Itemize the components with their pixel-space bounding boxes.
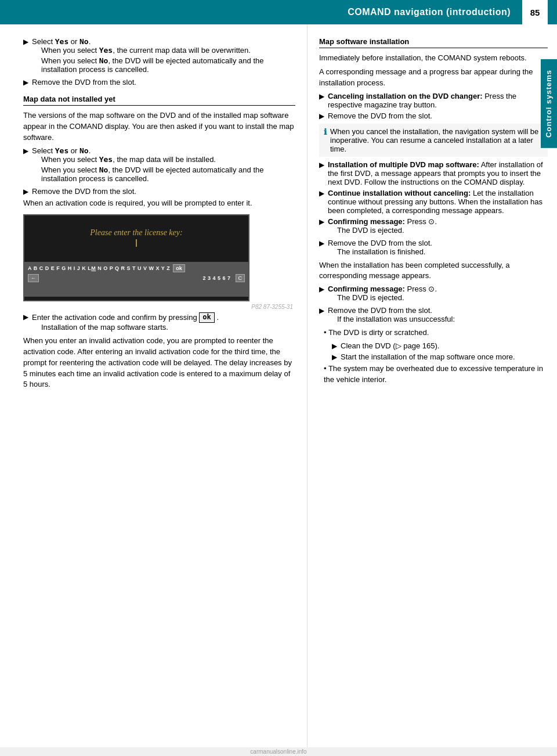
bullet-remove-dvd-right3: ▶ Remove the DVD from the slot. If the i… — [319, 306, 548, 325]
screenshot-content: Please enter the license key: I — [90, 228, 182, 250]
right-column: Map software installation Immediately be… — [308, 24, 557, 756]
arrow-icon: ▶ — [332, 353, 337, 361]
installation-finished: The installation is finished. — [337, 247, 548, 256]
watermark-text: carmanualsonline.info — [250, 748, 306, 755]
keyboard-clear-button[interactable]: C — [236, 274, 245, 282]
confirming2-bold: Confirming message: — [328, 285, 405, 293]
arrow-icon: ▶ — [23, 38, 28, 75]
keyboard-back-button[interactable]: ← — [28, 274, 39, 282]
multiple-dvd-bold: Installation of multiple DVD map softwar… — [328, 160, 479, 169]
bullet-text: Remove the DVD from the slot. — [32, 78, 295, 87]
bullet-confirming-1: ▶ Confirming message: Press ⊙. The DVD i… — [319, 217, 548, 236]
arrow-icon: ▶ — [319, 161, 324, 186]
installation-starts: Installation of the map software starts. — [41, 323, 295, 332]
keyboard-letters: A B C D E F G H I J K LM N O P Q R S T U… — [28, 265, 170, 271]
right-para3: When the installation has been completed… — [319, 260, 548, 282]
bullet-remove-dvd-top: ▶ Remove the DVD from the slot. — [23, 78, 295, 87]
bullet-text: Remove the DVD from the slot. — [32, 187, 295, 196]
bullet-start-again: ▶ Start the installation of the map soft… — [332, 352, 548, 361]
cursor-icon: I — [90, 237, 182, 250]
bullet-text: Remove the DVD from the slot. — [328, 111, 548, 120]
bullet-text: Select Yes or No. When you select Yes, t… — [32, 146, 295, 185]
indent-sub2: When you select No, the DVD will be ejec… — [41, 56, 295, 74]
header-title: COMAND navigation (introduction) — [0, 7, 522, 17]
indent-sub1: When you select Yes, the current map dat… — [41, 46, 295, 55]
section-heading-map-software: Map software installation — [319, 37, 548, 48]
screenshot-license-key: Please enter the license key: I A B C D … — [23, 214, 249, 301]
arrow-icon: ▶ — [23, 188, 28, 196]
bullet-multiple-dvd: ▶ Installation of multiple DVD map softw… — [319, 160, 548, 186]
confirming1-text: Press ⊙. — [407, 217, 437, 226]
bullet-confirming-2: ▶ Confirming message: Press ⊙. The DVD i… — [319, 285, 548, 304]
bullet-select-yes-no-section: ▶ Select Yes or No. When you select Yes,… — [23, 146, 295, 185]
arrow-icon: ▶ — [319, 239, 324, 258]
bullet-text: Continue installation without canceling:… — [328, 189, 548, 215]
keyboard-ok-button[interactable]: ok — [173, 264, 185, 272]
bullet-remove-dvd-section: ▶ Remove the DVD from the slot. — [23, 187, 295, 196]
bullet-text: Remove the DVD from the slot. If the ins… — [328, 306, 548, 325]
confirming2-text: Press ⊙. — [407, 285, 437, 293]
invalid-code-para: When you enter an invalid activation cod… — [23, 336, 295, 390]
bullet-select-yes-no-top: ▶ Select Yes or No. When you select Yes,… — [23, 37, 295, 75]
bullet-text: Start the installation of the map softwa… — [341, 352, 548, 361]
confirming1-bold: Confirming message: — [328, 217, 405, 226]
info-icon: ℹ — [324, 127, 327, 153]
enter-code-text: Enter the activation code and confirm by… — [32, 313, 219, 322]
dvd-ejected-2: The DVD is ejected. — [337, 293, 548, 302]
page-number: 85 — [522, 0, 548, 24]
static-text: Select Yes or No. — [32, 146, 91, 155]
bullet-text: Confirming message: Press ⊙. The DVD is … — [328, 217, 548, 236]
left-column: ▶ Select Yes or No. When you select Yes,… — [0, 24, 308, 756]
arrow-icon: ▶ — [23, 313, 28, 333]
arrow-icon: ▶ — [319, 307, 324, 325]
arrow-icon: ▶ — [319, 112, 324, 120]
bullet-text: Enter the activation code and confirm by… — [32, 312, 295, 333]
bullet-text: Select Yes or No. When you select Yes, t… — [32, 37, 295, 75]
arrow-icon: ▶ — [319, 92, 324, 109]
bullet-remove-dvd-right2: ▶ Remove the DVD from the slot. The inst… — [319, 239, 548, 258]
page-body: ▶ Select Yes or No. When you select Yes,… — [0, 24, 557, 756]
right-para2: A corresponding message and a progress b… — [319, 67, 548, 89]
bullet-text: Installation of multiple DVD map softwar… — [328, 160, 548, 186]
keyboard-num-row: ← 2 3 4 5 6 7 C — [28, 274, 245, 282]
info-box: ℹ When you cancel the installation, the … — [319, 124, 548, 157]
arrow-icon: ▶ — [23, 147, 28, 185]
bullet-canceling-installation: ▶ Canceling installation on the DVD chan… — [319, 92, 548, 109]
para-activation-prompt: When an activation code is required, you… — [23, 198, 295, 209]
canceling-bold: Canceling installation on the DVD change… — [328, 92, 483, 100]
bullet-remove-dvd-right: ▶ Remove the DVD from the slot. — [319, 111, 548, 120]
arrow-icon: ▶ — [319, 189, 324, 215]
unsuccessful-list: • The DVD is dirty or scratched. ▶ Clean… — [324, 327, 548, 386]
section-para1: The versions of the map software on the … — [23, 110, 295, 143]
unsuccessful-item2: • The system may be overheated due to ex… — [324, 363, 548, 386]
info-text: When you cancel the installation, the na… — [330, 127, 543, 153]
page-header: COMAND navigation (introduction) 85 — [0, 0, 557, 24]
bullet-text: Canceling installation on the DVD change… — [328, 92, 548, 109]
screenshot-keyboard: A B C D E F G H I J K LM N O P Q R S T U… — [24, 262, 248, 297]
screenshot-top-area: Please enter the license key: I — [24, 215, 248, 262]
sidebar-tab: Control systems — [541, 59, 557, 148]
arrow-icon: ▶ — [23, 78, 28, 87]
bullet-continue-installation: ▶ Continue installation without cancelin… — [319, 189, 548, 215]
bullet-text: Clean the DVD (▷ page 165). — [341, 341, 548, 350]
unsuccessful-item1: • The DVD is dirty or scratched. — [324, 327, 548, 339]
arrow-icon: ▶ — [319, 218, 324, 236]
section-heading-map-data: Map data not installed yet — [23, 95, 295, 106]
license-key-text: Please enter the license key: — [90, 228, 182, 237]
bullet-text: Confirming message: Press ⊙. The DVD is … — [328, 285, 548, 304]
right-para1: Immediately before installation, the COM… — [319, 53, 548, 64]
watermark-bar: carmanualsonline.info — [0, 747, 557, 756]
unsuccessful-note: If the installation was unsuccessful: — [337, 315, 548, 323]
bullet-enter-activation: ▶ Enter the activation code and confirm … — [23, 312, 295, 333]
indent-sub2: When you select No, the DVD will be ejec… — [41, 165, 295, 183]
screenshot-caption: P82 87-3255-31 — [23, 304, 293, 310]
keyboard-alpha-row: A B C D E F G H I J K LM N O P Q R S T U… — [28, 264, 245, 272]
static-text: Select Yes or No. — [32, 37, 91, 46]
indent-sub1: When you select Yes, the map data will b… — [41, 155, 295, 164]
bullet-text: Remove the DVD from the slot. The instal… — [328, 239, 548, 258]
ok-label: ok — [199, 312, 214, 323]
continue-bold: Continue installation without canceling: — [328, 189, 471, 197]
arrow-icon: ▶ — [332, 342, 337, 350]
arrow-icon: ▶ — [319, 285, 324, 304]
bullet-clean-dvd: ▶ Clean the DVD (▷ page 165). — [332, 341, 548, 350]
